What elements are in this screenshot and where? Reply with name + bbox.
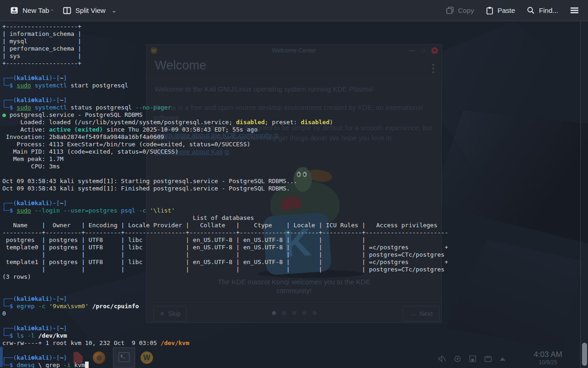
find-button[interactable]: Find...	[523, 6, 562, 14]
terminal-line: template1 | postgres | UTF8 | libc | en_…	[2, 259, 448, 266]
terminal-line: | performance_schema |	[2, 45, 448, 52]
terminal-line: ┌──(kali⊛kali)-[~]	[2, 295, 448, 303]
chevron-down-icon[interactable]: ⌄	[112, 7, 117, 14]
terminal-line: ┌──(kali⊛kali)-[~]	[2, 354, 448, 362]
terminal-line: | sys |	[2, 52, 448, 60]
paste-icon	[486, 6, 493, 15]
terminal-line: | | | | | | | | postgres=CTc/postgres	[2, 251, 448, 259]
terminal-line: ┌──(kali⊛kali)-[~]	[2, 75, 448, 82]
terminal-line: ┌──(kali⊛kali)-[~]	[2, 97, 448, 104]
terminal-line: 0	[2, 310, 448, 317]
copy-button[interactable]: Copy	[442, 6, 478, 14]
terminal-line: crw-rw----+ 1 root kvm 10, 232 Oct 9 03:…	[2, 339, 448, 347]
terminal-line	[2, 67, 448, 75]
terminal-line	[2, 347, 448, 354]
menu-button[interactable]	[566, 7, 582, 14]
clock-date: 10/9/25	[534, 359, 562, 366]
terminal-line: +--------------------+	[2, 23, 448, 30]
terminal-line: └─$ dmesg \ grep -i kvm	[2, 362, 448, 368]
terminal-line	[2, 317, 448, 325]
terminal-line: -----------+----------+----------+------…	[2, 229, 448, 236]
terminal-line: template0 | postgres | UTF8 | libc | en_…	[2, 244, 448, 251]
terminal-line: Oct 09 03:58:43 kali systemd[1]: Finishe…	[2, 185, 448, 192]
settings-icon[interactable]	[454, 355, 461, 362]
scrollbar-track[interactable]	[580, 21, 588, 368]
split-view-button[interactable]: Split View ⌄	[59, 6, 120, 14]
terminal-line: | mysql |	[2, 38, 448, 45]
terminal-line: ┌──(kali⊛kali)-[~]	[2, 200, 448, 207]
wallpaper-shape	[432, 110, 588, 244]
terminal-line: postgres | postgres | UTF8 | libc | en_U…	[2, 236, 448, 244]
split-view-icon	[63, 7, 71, 14]
hamburger-menu-icon	[570, 7, 579, 14]
network-icon[interactable]	[484, 356, 492, 362]
new-tab-icon	[10, 6, 18, 14]
terminal-line: └─$ sudo --login --user=postgres psql -c…	[2, 207, 448, 214]
terminal-line: List of databases	[2, 214, 448, 222]
terminal-line: Process: 4113 ExecStart=/bin/true (code=…	[2, 141, 448, 148]
terminal-line: CPU: 3ms	[2, 163, 448, 170]
terminal-line: ● postgresql.service - PostgreSQL RDBMS	[2, 111, 448, 119]
terminal-line: └─$ ls -l /dev/kvm	[2, 332, 448, 339]
terminal-line: Invocation: 2b8ab2874ef549f8a9848a16bf4a…	[2, 133, 448, 141]
terminal-line: | information_schema |	[2, 30, 448, 38]
search-icon	[527, 6, 535, 14]
terminal-line: | | | | | | | | postgres=CTc/postgres	[2, 266, 448, 273]
clock-widget[interactable]: 4:03 AM 10/9/25	[534, 350, 562, 366]
terminal-output[interactable]: +--------------------+| information_sche…	[2, 23, 448, 368]
terminal-line: Main PID: 4113 (code=exited, status=0/SU…	[2, 148, 448, 155]
terminal-line: Active: active (exited) since Thu 2025-1…	[2, 126, 448, 133]
new-tab-button[interactable]: New Tab ⌄	[6, 6, 53, 14]
terminal-line: +--------------------+	[2, 60, 448, 67]
terminal-line	[2, 192, 448, 200]
paste-button[interactable]: Paste	[482, 6, 519, 15]
terminal-line: └─$ sudo systemctl status postgresql --n…	[2, 104, 448, 111]
terminal-line: Oct 09 03:58:43 kali systemd[1]: Startin…	[2, 178, 448, 185]
terminal-line: └─$ sudo systemctl start postgresql	[2, 82, 448, 89]
terminal-line: (3 rows)	[2, 273, 448, 281]
clock-time: 4:03 AM	[534, 350, 562, 359]
terminal-line: Loaded: loaded (/usr/lib/systemd/system/…	[2, 119, 448, 126]
qterminal-window: $_ W 4:03 AM 10/9/25	[0, 0, 588, 368]
wallpaper-shape	[446, 239, 583, 350]
terminal-line	[2, 89, 448, 97]
disk-icon[interactable]	[469, 355, 476, 362]
expand-tray-icon[interactable]	[500, 357, 505, 361]
terminal-line	[2, 288, 448, 295]
terminal-line: Mem peak: 1.7M	[2, 155, 448, 163]
terminal-line: Name | Owner | Encoding | Locale Provide…	[2, 222, 448, 229]
terminal-line: └─$ egrep -c '9vmx\svm0' /proc/cpuinfo	[2, 303, 448, 310]
terminal-line: ┌──(kali⊛kali)-[~]	[2, 325, 448, 332]
chevron-down-icon[interactable]: ⌄	[51, 7, 54, 12]
terminal-line	[2, 170, 448, 178]
terminal-toolbar: New Tab ⌄ Split View ⌄ Copy	[0, 0, 588, 21]
scrollbar-thumb[interactable]	[582, 343, 587, 366]
copy-icon	[446, 6, 454, 14]
terminal-line	[2, 281, 448, 288]
